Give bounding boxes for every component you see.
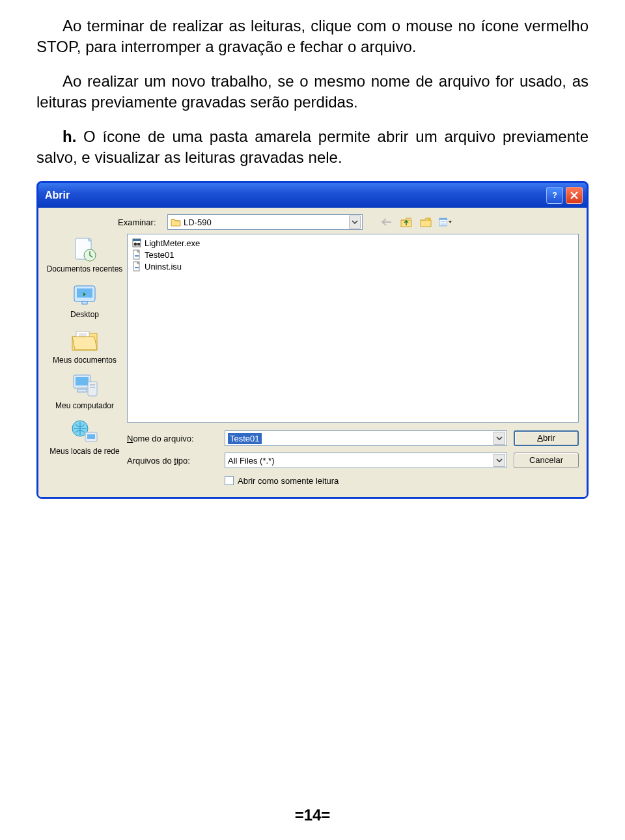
filetype-value: All Files (*.*) — [228, 456, 493, 466]
svg-rect-8 — [77, 288, 92, 298]
back-icon[interactable] — [380, 215, 394, 229]
svg-rect-15 — [90, 384, 95, 385]
my-computer-icon — [69, 372, 100, 400]
svg-rect-14 — [88, 382, 97, 396]
place-my-computer[interactable]: Meu computador — [46, 372, 123, 415]
svg-rect-4 — [439, 219, 447, 221]
generic-file-icon — [132, 249, 142, 260]
paragraph-3-prefix: h. — [62, 128, 76, 145]
cancel-button[interactable]: Cancelar — [514, 453, 579, 468]
chevron-down-icon[interactable] — [493, 454, 505, 467]
svg-point-22 — [134, 243, 137, 246]
chevron-down-icon[interactable] — [349, 216, 361, 229]
page-number: =14= — [0, 806, 625, 824]
svg-rect-13 — [77, 389, 87, 392]
folder-open-icon — [171, 217, 181, 227]
desktop-icon — [69, 281, 100, 309]
close-button[interactable] — [566, 187, 583, 204]
place-my-documents[interactable]: Meus documentos — [46, 326, 123, 369]
chevron-down-icon[interactable] — [493, 432, 505, 445]
filename-input[interactable]: Teste01 — [225, 430, 507, 446]
filename-value: Teste01 — [228, 433, 262, 444]
examine-label: Examinar: — [118, 217, 162, 227]
svg-rect-19 — [87, 434, 95, 439]
dialog-titlebar[interactable]: Abrir ? — [38, 183, 587, 208]
paragraph-2: Ao realizar um novo trabalho, se o mesmo… — [36, 71, 589, 113]
readonly-label: Abrir como somente leitura — [238, 476, 339, 486]
up-one-level-icon[interactable] — [399, 215, 413, 229]
generic-file-icon — [132, 261, 142, 272]
filetype-combo[interactable]: All Files (*.*) — [225, 453, 507, 468]
new-folder-icon[interactable] — [419, 215, 433, 229]
open-dialog-screenshot: Abrir ? Examinar: LD-590 — [36, 181, 589, 499]
file-item[interactable]: LightMeter.exe — [132, 237, 574, 249]
svg-rect-25 — [135, 255, 139, 257]
svg-rect-2 — [421, 220, 431, 227]
examine-value: LD-590 — [184, 217, 346, 227]
svg-rect-23 — [137, 243, 140, 245]
file-item[interactable]: Teste01 — [132, 249, 574, 260]
file-item[interactable]: Uninst.isu — [132, 260, 574, 272]
place-network[interactable]: Meus locais de rede — [46, 417, 123, 460]
help-button[interactable]: ? — [546, 187, 563, 204]
readonly-checkbox[interactable] — [225, 476, 234, 485]
svg-rect-21 — [133, 239, 141, 241]
network-places-icon — [69, 417, 100, 446]
filename-label: Nome do arquivo: — [127, 434, 218, 443]
paragraph-1: Ao terminar de realizar as leituras, cli… — [36, 16, 589, 58]
my-documents-icon — [69, 326, 100, 355]
places-bar: Documentos recentes Desktop — [46, 234, 123, 488]
svg-text:?: ? — [552, 191, 557, 201]
dialog-title: Abrir — [45, 189, 546, 201]
file-list[interactable]: LightMeter.exe Teste01 Uni — [127, 234, 579, 423]
examine-combo[interactable]: LD-590 — [167, 214, 363, 230]
svg-rect-16 — [90, 387, 95, 388]
document-body: Ao terminar de realizar as leituras, cli… — [36, 16, 589, 168]
exe-icon — [132, 238, 142, 248]
open-button[interactable]: Abrir — [514, 430, 579, 446]
svg-rect-27 — [135, 267, 139, 268]
dialog-body: Examinar: LD-590 — [38, 208, 587, 497]
paragraph-3-text: O ícone de uma pasta amarela permite abr… — [36, 128, 589, 166]
recent-docs-icon — [69, 235, 100, 264]
filetype-label: Arquivos do tipo: — [127, 456, 218, 466]
view-menu-icon[interactable] — [438, 215, 452, 229]
place-recent-docs[interactable]: Documentos recentes — [46, 235, 123, 278]
svg-rect-9 — [82, 301, 87, 304]
paragraph-3: h. O ícone de uma pasta amarela permite … — [36, 126, 589, 169]
place-desktop[interactable]: Desktop — [46, 281, 123, 324]
svg-rect-12 — [76, 377, 89, 385]
open-dialog: Abrir ? Examinar: LD-590 — [36, 181, 589, 499]
